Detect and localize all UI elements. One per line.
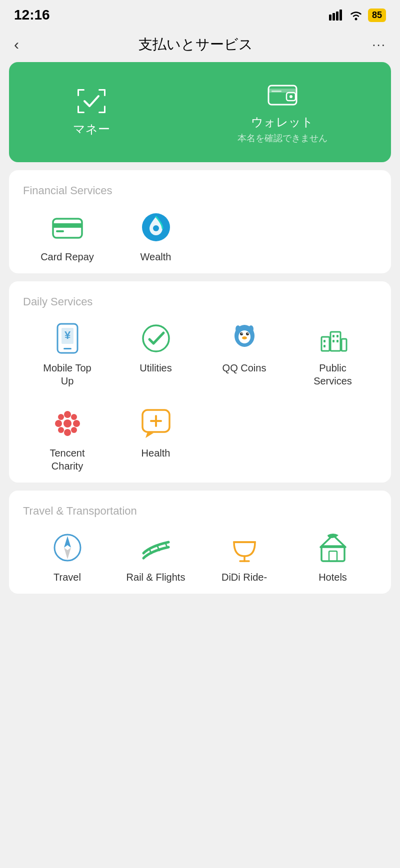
travel-icon bbox=[50, 530, 86, 566]
financial-services-grid: Card Repay Wealth bbox=[23, 209, 377, 263]
svg-rect-12 bbox=[98, 112, 106, 113]
svg-point-22 bbox=[153, 225, 159, 231]
svg-rect-9 bbox=[78, 106, 79, 113]
wifi-icon bbox=[349, 10, 363, 21]
status-icons: 85 bbox=[329, 9, 386, 22]
green-header-card: マネー ウォレット 本名を確認できません bbox=[9, 62, 391, 162]
card-repay-icon bbox=[50, 209, 86, 245]
tencent-charity-icon bbox=[50, 405, 86, 442]
mobile-top-up-icon: ¥ bbox=[50, 320, 86, 356]
battery-badge: 85 bbox=[368, 9, 386, 22]
svg-rect-17 bbox=[272, 91, 282, 92]
svg-point-50 bbox=[73, 420, 80, 427]
svg-rect-19 bbox=[53, 223, 82, 228]
svg-point-32 bbox=[240, 332, 243, 335]
svg-point-36 bbox=[242, 336, 247, 339]
svg-point-47 bbox=[64, 411, 71, 418]
public-services-button[interactable]: PublicServices bbox=[288, 320, 377, 387]
svg-text:¥: ¥ bbox=[64, 329, 70, 341]
svg-rect-8 bbox=[104, 89, 106, 96]
qq-coins-label: QQ Coins bbox=[222, 361, 266, 374]
svg-rect-45 bbox=[336, 340, 338, 342]
daily-services-grid: ¥ Mobile TopUp Utilities bbox=[23, 320, 377, 473]
svg-point-49 bbox=[55, 420, 62, 427]
financial-services-section: Financial Services Card Repay bbox=[9, 170, 391, 273]
svg-point-52 bbox=[71, 414, 77, 420]
status-time: 12:16 bbox=[14, 7, 50, 23]
back-button[interactable]: ‹ bbox=[14, 36, 19, 53]
page-title: 支払いとサービス bbox=[138, 35, 253, 54]
money-icon bbox=[76, 87, 108, 115]
svg-point-34 bbox=[242, 333, 242, 334]
svg-point-51 bbox=[58, 414, 64, 420]
wallet-label: ウォレット bbox=[251, 114, 314, 130]
svg-point-48 bbox=[64, 429, 71, 436]
money-button[interactable]: マネー bbox=[73, 87, 110, 137]
svg-point-29 bbox=[236, 325, 240, 332]
didi-label: DiDi Ride- bbox=[222, 571, 267, 584]
svg-point-54 bbox=[71, 427, 77, 433]
travel-services-grid: Travel Rail & Flights bbox=[23, 530, 377, 584]
utilities-button[interactable]: Utilities bbox=[112, 320, 200, 387]
utilities-icon bbox=[138, 320, 174, 356]
rail-flights-icon bbox=[138, 530, 174, 566]
money-label: マネー bbox=[73, 121, 110, 137]
wealth-button[interactable]: Wealth bbox=[112, 209, 200, 263]
daily-services-section: Daily Services ¥ Mobile TopUp U bbox=[9, 281, 391, 483]
health-icon bbox=[138, 405, 174, 442]
svg-point-53 bbox=[58, 427, 64, 433]
utilities-label: Utilities bbox=[140, 361, 172, 374]
svg-rect-11 bbox=[104, 106, 106, 113]
hotels-label: Hotels bbox=[318, 571, 347, 584]
svg-point-16 bbox=[290, 95, 292, 98]
status-bar: 12:16 85 bbox=[0, 0, 400, 27]
qq-coins-button[interactable]: QQ Coins bbox=[200, 320, 288, 387]
svg-marker-59 bbox=[64, 536, 71, 548]
didi-icon bbox=[226, 530, 262, 566]
public-services-label: PublicServices bbox=[314, 361, 352, 387]
hotels-button[interactable]: Hotels bbox=[288, 530, 377, 584]
svg-rect-38 bbox=[330, 332, 340, 351]
svg-rect-67 bbox=[322, 546, 344, 561]
svg-rect-0 bbox=[329, 15, 332, 21]
didi-button[interactable]: DiDi Ride- bbox=[200, 530, 288, 584]
daily-services-title: Daily Services bbox=[23, 295, 377, 308]
svg-rect-10 bbox=[78, 112, 84, 113]
mobile-top-up-button[interactable]: ¥ Mobile TopUp bbox=[23, 320, 112, 387]
more-button[interactable]: ··· bbox=[372, 37, 386, 53]
tencent-charity-button[interactable]: TencentCharity bbox=[23, 405, 112, 473]
card-repay-button[interactable]: Card Repay bbox=[23, 209, 112, 263]
svg-point-46 bbox=[64, 419, 72, 427]
health-button[interactable]: Health bbox=[112, 405, 200, 473]
svg-rect-18 bbox=[53, 219, 82, 238]
health-label: Health bbox=[142, 447, 170, 460]
svg-rect-1 bbox=[332, 13, 335, 21]
tencent-charity-label: TencentCharity bbox=[50, 447, 84, 473]
travel-button[interactable]: Travel bbox=[23, 530, 112, 584]
wealth-icon bbox=[138, 209, 174, 245]
svg-rect-20 bbox=[56, 230, 64, 232]
mobile-top-up-label: Mobile TopUp bbox=[43, 361, 91, 387]
card-repay-label: Card Repay bbox=[40, 250, 94, 263]
wealth-label: Wealth bbox=[140, 250, 172, 263]
svg-rect-39 bbox=[342, 339, 346, 351]
svg-rect-43 bbox=[336, 335, 338, 337]
signal-icon bbox=[329, 10, 344, 21]
svg-rect-69 bbox=[329, 551, 337, 561]
svg-rect-42 bbox=[332, 335, 334, 337]
svg-point-27 bbox=[143, 325, 169, 351]
svg-marker-60 bbox=[64, 548, 71, 559]
rail-flights-button[interactable]: Rail & Flights bbox=[112, 530, 200, 584]
svg-rect-13 bbox=[268, 86, 296, 105]
svg-rect-37 bbox=[322, 337, 330, 351]
wallet-sublabel: 本名を確認できません bbox=[238, 132, 328, 144]
svg-rect-2 bbox=[336, 12, 338, 21]
hotels-icon bbox=[315, 530, 351, 566]
svg-rect-40 bbox=[324, 340, 326, 342]
qq-coins-icon bbox=[226, 320, 262, 356]
svg-rect-6 bbox=[78, 89, 79, 96]
wallet-icon bbox=[266, 80, 298, 108]
svg-rect-41 bbox=[324, 345, 326, 347]
wallet-button[interactable]: ウォレット 本名を確認できません bbox=[238, 80, 328, 144]
svg-point-33 bbox=[246, 332, 249, 335]
